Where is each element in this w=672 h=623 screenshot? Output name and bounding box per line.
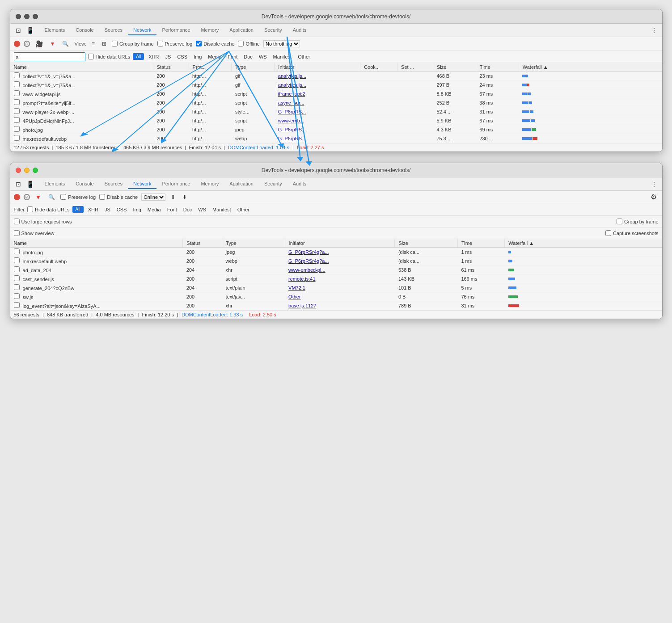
cell-initiator[interactable]: G_P6rpRSr4g?a... bbox=[285, 248, 395, 257]
cell-initiator[interactable]: G_P6rpRS... bbox=[275, 134, 360, 143]
device-icon-2[interactable]: 📱 bbox=[25, 180, 36, 189]
clear-btn-2[interactable]: ⊘ bbox=[24, 194, 30, 200]
font-filter-btn[interactable]: Font bbox=[226, 54, 239, 60]
cell-initiator[interactable]: G_P6rpRS... bbox=[275, 125, 360, 134]
disable-cache-label-2[interactable]: Disable cache bbox=[99, 194, 138, 200]
cell-initiator[interactable]: VM72:1 bbox=[285, 283, 395, 292]
import-btn[interactable]: ⬆ bbox=[169, 193, 177, 201]
tab2-application[interactable]: Application bbox=[224, 179, 259, 189]
tab2-audits[interactable]: Audits bbox=[287, 179, 312, 189]
show-overview-checkbox[interactable] bbox=[14, 230, 20, 236]
tab2-security[interactable]: Security bbox=[259, 179, 287, 189]
table-row[interactable]: ad_data_204 204 xhr www-embed-pl... 538 … bbox=[10, 265, 662, 274]
grid-view-btn[interactable]: ⊞ bbox=[100, 40, 108, 48]
filter-btn-icon[interactable]: ▼ bbox=[48, 40, 57, 48]
cell-initiator[interactable]: remote.js:41 bbox=[285, 274, 395, 283]
cell-initiator[interactable]: www-embed-pl... bbox=[285, 265, 395, 274]
col-status[interactable]: Status bbox=[153, 63, 189, 72]
capture-screenshots-label[interactable]: Capture screenshots bbox=[605, 230, 659, 236]
tab2-sources[interactable]: Sources bbox=[99, 179, 128, 189]
media-filter-btn[interactable]: Media bbox=[206, 54, 223, 60]
table-row[interactable]: log_event?alt=json&key=AIzaSyA... 200 xh… bbox=[10, 301, 662, 310]
preserve-log-label-2[interactable]: Preserve log bbox=[60, 194, 96, 200]
table-row[interactable]: photo.jpg 200 jpeg G_P6rpRSr4g?a... (dis… bbox=[10, 248, 662, 257]
hide-data-urls-label[interactable]: Hide data URLs bbox=[88, 54, 131, 59]
cell-initiator[interactable]: G_P6rpRS... bbox=[275, 107, 360, 116]
col2-initiator[interactable]: Initiator bbox=[285, 239, 395, 248]
list-view-btn[interactable]: ≡ bbox=[90, 40, 97, 48]
col2-name[interactable]: Name bbox=[10, 239, 183, 248]
js-filter-btn[interactable]: JS bbox=[164, 54, 173, 60]
all-filter-btn-2[interactable]: All bbox=[72, 206, 84, 213]
filter-search-input[interactable] bbox=[14, 52, 85, 61]
tab2-console[interactable]: Console bbox=[70, 179, 99, 189]
all-filter-btn[interactable]: All bbox=[133, 53, 144, 60]
tab-sources[interactable]: Sources bbox=[99, 25, 128, 35]
network-table-container-1[interactable]: Name Status Prot... Type Initiator Cook.… bbox=[10, 63, 662, 143]
table-row[interactable]: maxresdefault.webp 200 webp G_P6rpRSr4g?… bbox=[10, 257, 662, 265]
maximize-button-2[interactable] bbox=[33, 168, 38, 173]
video-btn[interactable]: 🎥 bbox=[34, 39, 45, 48]
record-btn-2[interactable] bbox=[14, 194, 20, 200]
col2-type[interactable]: Type bbox=[222, 239, 285, 248]
css-filter-btn[interactable]: CSS bbox=[175, 54, 189, 60]
xhr-filter-btn-2[interactable]: XHR bbox=[86, 206, 100, 213]
capture-screenshots-checkbox[interactable] bbox=[605, 230, 611, 236]
preserve-log-label[interactable]: Preserve log bbox=[157, 41, 193, 46]
disable-cache-checkbox-2[interactable] bbox=[99, 194, 105, 200]
more-options-btn-2[interactable]: ⋮ bbox=[650, 180, 659, 188]
group-by-frame-checkbox[interactable] bbox=[112, 41, 118, 46]
img-filter-btn-2[interactable]: Img bbox=[131, 206, 143, 213]
col-waterfall[interactable]: Waterfall ▲ bbox=[519, 63, 662, 72]
search-btn[interactable]: 🔍 bbox=[60, 40, 71, 48]
export-btn[interactable]: ⬇ bbox=[181, 193, 189, 201]
manifest-filter-btn-2[interactable]: Manifest bbox=[211, 206, 233, 213]
font-filter-btn-2[interactable]: Font bbox=[165, 206, 179, 213]
col-cookies[interactable]: Cook... bbox=[360, 63, 397, 72]
group-by-frame-checkbox-2[interactable] bbox=[617, 219, 622, 224]
device-icon[interactable]: 📱 bbox=[25, 26, 36, 35]
cell-initiator[interactable]: Other bbox=[285, 292, 395, 301]
cell-initiator[interactable]: www-emb... bbox=[275, 116, 360, 125]
table-row[interactable]: sw.js 200 text/jav... Other 0 B 76 ms bbox=[10, 292, 662, 301]
maximize-button-1[interactable] bbox=[33, 14, 38, 19]
settings-btn-2[interactable]: ⚙ bbox=[649, 192, 659, 202]
cell-initiator[interactable]: analytics.js... bbox=[275, 80, 360, 89]
col-type[interactable]: Type bbox=[232, 63, 275, 72]
table-row[interactable]: generate_204?cQ2nBw 204 text/plain VM72:… bbox=[10, 283, 662, 292]
table-row[interactable]: photo.jpg 200 http/... jpeg G_P6rpRS... … bbox=[10, 125, 662, 134]
col-size[interactable]: Size bbox=[433, 63, 476, 72]
tab-security[interactable]: Security bbox=[259, 25, 287, 35]
preserve-log-checkbox[interactable] bbox=[157, 41, 163, 46]
record-btn[interactable] bbox=[14, 41, 20, 47]
hide-data-urls-label-2[interactable]: Hide data URLs bbox=[27, 206, 70, 212]
clear-btn[interactable]: ⊘ bbox=[24, 41, 30, 47]
col-time[interactable]: Time bbox=[476, 63, 519, 72]
table-row[interactable]: prompt?t=a&site=ylj5if... 200 http/... s… bbox=[10, 98, 662, 107]
show-overview-label[interactable]: Show overview bbox=[14, 230, 55, 236]
offline-label[interactable]: Offline bbox=[238, 41, 260, 46]
manifest-filter-btn[interactable]: Manifest bbox=[271, 54, 294, 60]
search-btn-2[interactable]: 🔍 bbox=[46, 193, 57, 201]
cell-initiator[interactable]: iframe_api:2 bbox=[275, 89, 360, 98]
minimize-button-2[interactable] bbox=[24, 168, 30, 173]
js-filter-btn-2[interactable]: JS bbox=[103, 206, 112, 213]
col2-size[interactable]: Size bbox=[395, 239, 457, 248]
inspect-icon-2[interactable]: ⊡ bbox=[14, 180, 23, 189]
inspect-icon[interactable]: ⊡ bbox=[14, 26, 23, 35]
network-table-container-2[interactable]: Name Status Type Initiator Size Time Wat… bbox=[10, 239, 662, 310]
minimize-button-1[interactable] bbox=[24, 14, 30, 19]
table-row[interactable]: www-widgetapi.js 200 http/... script ifr… bbox=[10, 89, 662, 98]
col2-time[interactable]: Time bbox=[457, 239, 504, 248]
table-row[interactable]: maxresdefault.webp 200 http/... webp G_P… bbox=[10, 134, 662, 143]
throttle-select[interactable]: No throttling bbox=[263, 40, 300, 47]
table-row[interactable]: collect?v=1&_v=j75&a... 200 http/... gif… bbox=[10, 80, 662, 89]
col2-status[interactable]: Status bbox=[183, 239, 222, 248]
table-row[interactable]: www-player-2x-webp-... 200 http/... styl… bbox=[10, 107, 662, 116]
more-options-btn[interactable]: ⋮ bbox=[650, 26, 659, 34]
col-protocol[interactable]: Prot... bbox=[189, 63, 232, 72]
other-filter-btn-2[interactable]: Other bbox=[236, 206, 252, 213]
tab-console[interactable]: Console bbox=[70, 25, 99, 35]
group-by-frame-label-2[interactable]: Group by frame bbox=[617, 219, 658, 224]
tab-audits[interactable]: Audits bbox=[287, 25, 312, 35]
